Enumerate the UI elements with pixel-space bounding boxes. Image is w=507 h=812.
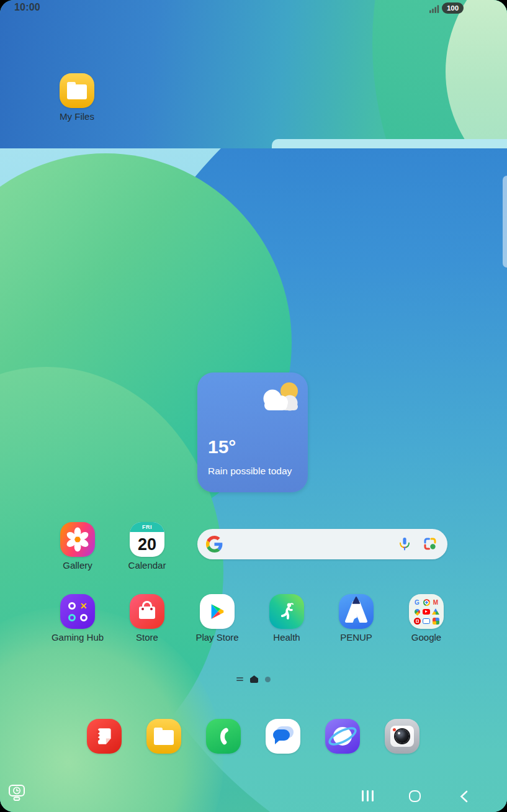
app-label: Store bbox=[136, 632, 158, 643]
google-folder-icon: G M bbox=[409, 594, 444, 629]
app-label: Calendar bbox=[128, 560, 166, 571]
weather-temperature: 15° bbox=[208, 436, 236, 458]
dock-app-phone[interactable] bbox=[206, 719, 241, 754]
weather-widget[interactable]: 15° Rain possible today bbox=[197, 372, 308, 492]
camera-icon bbox=[385, 719, 420, 754]
google-search-bar[interactable] bbox=[197, 529, 447, 559]
penup-icon bbox=[339, 594, 374, 629]
app-label: PENUP bbox=[340, 632, 372, 643]
mini-workspace-icon bbox=[432, 617, 440, 625]
folder-icon bbox=[60, 73, 94, 108]
screen-clock-icon[interactable] bbox=[6, 783, 27, 803]
mini-drive-icon bbox=[432, 608, 440, 616]
back-button[interactable] bbox=[460, 790, 468, 803]
calendar-day: FRI bbox=[130, 522, 164, 532]
gallery-flower-icon bbox=[60, 522, 95, 557]
calendar-date: 20 bbox=[130, 532, 164, 557]
discover-page-dash-icon[interactable] bbox=[236, 677, 243, 682]
notes-icon bbox=[87, 719, 122, 754]
app-calendar[interactable]: FRI 20 Calendar bbox=[130, 522, 164, 557]
mini-google-icon: G bbox=[413, 598, 421, 607]
top-panel: 10:00 100 My Files bbox=[0, 0, 507, 149]
mic-icon[interactable] bbox=[397, 536, 412, 551]
mini-maps-icon bbox=[413, 608, 421, 616]
edge-panel-handle[interactable] bbox=[503, 176, 507, 268]
page-dot[interactable] bbox=[265, 677, 271, 682]
mini-chrome-icon bbox=[423, 598, 431, 607]
app-label: Gaming Hub bbox=[52, 632, 104, 643]
app-gaming-hub[interactable]: ✕ Gaming Hub bbox=[60, 594, 95, 629]
dock-app-my-files[interactable] bbox=[146, 719, 181, 754]
health-runner-icon bbox=[269, 594, 304, 629]
dock-app-camera[interactable] bbox=[385, 719, 420, 754]
app-label: Play Store bbox=[195, 632, 238, 643]
app-health[interactable]: Health bbox=[269, 594, 304, 629]
phone-icon bbox=[206, 719, 241, 754]
google-g-icon bbox=[206, 536, 223, 553]
mini-youtube-icon bbox=[423, 608, 431, 616]
mini-chat-icon bbox=[423, 617, 431, 625]
app-gallery[interactable]: Gallery bbox=[60, 522, 95, 557]
calendar-icon: FRI 20 bbox=[130, 522, 164, 557]
weather-condition: Rain possible today bbox=[208, 466, 292, 477]
mini-yt-music-icon bbox=[413, 617, 421, 625]
app-label: My Files bbox=[60, 111, 94, 122]
google-play-icon bbox=[200, 594, 235, 629]
internet-icon bbox=[325, 719, 360, 754]
app-label: Google bbox=[411, 632, 441, 643]
battery-indicator: 100 bbox=[442, 2, 464, 14]
google-lens-icon[interactable] bbox=[423, 536, 437, 551]
home-screen: 15° Rain possible today Galle bbox=[0, 148, 507, 812]
wallpaper-cyan-strip bbox=[272, 139, 507, 148]
dock-app-messages[interactable] bbox=[266, 719, 300, 754]
galaxy-store-bag-icon bbox=[130, 594, 164, 629]
dock-app-internet[interactable] bbox=[325, 719, 360, 754]
mini-gmail-icon: M bbox=[432, 598, 440, 607]
home-page-icon[interactable] bbox=[250, 675, 258, 683]
app-google-folder[interactable]: G M Google bbox=[409, 594, 444, 629]
app-play-store[interactable]: Play Store bbox=[200, 594, 235, 629]
signal-bars-icon bbox=[429, 4, 440, 13]
status-bar: 10:00 100 bbox=[0, 0, 507, 17]
page-indicator bbox=[0, 675, 507, 683]
dock-app-notes[interactable] bbox=[87, 719, 122, 754]
home-button[interactable] bbox=[409, 790, 421, 802]
my-files-folder-icon bbox=[146, 719, 181, 754]
app-label: Health bbox=[273, 632, 300, 643]
sun-behind-cloud-icon bbox=[254, 381, 302, 414]
app-my-files-top[interactable]: My Files bbox=[60, 73, 94, 108]
app-label: Gallery bbox=[63, 560, 92, 571]
app-store[interactable]: Store bbox=[130, 594, 164, 629]
recents-button[interactable] bbox=[362, 790, 374, 801]
app-penup[interactable]: PENUP bbox=[339, 594, 374, 629]
tablet-screen: 10:00 100 My Files bbox=[0, 0, 507, 812]
clock-text: 10:00 bbox=[14, 2, 40, 13]
messages-icon bbox=[266, 719, 300, 754]
gaming-hub-icon: ✕ bbox=[60, 594, 95, 629]
